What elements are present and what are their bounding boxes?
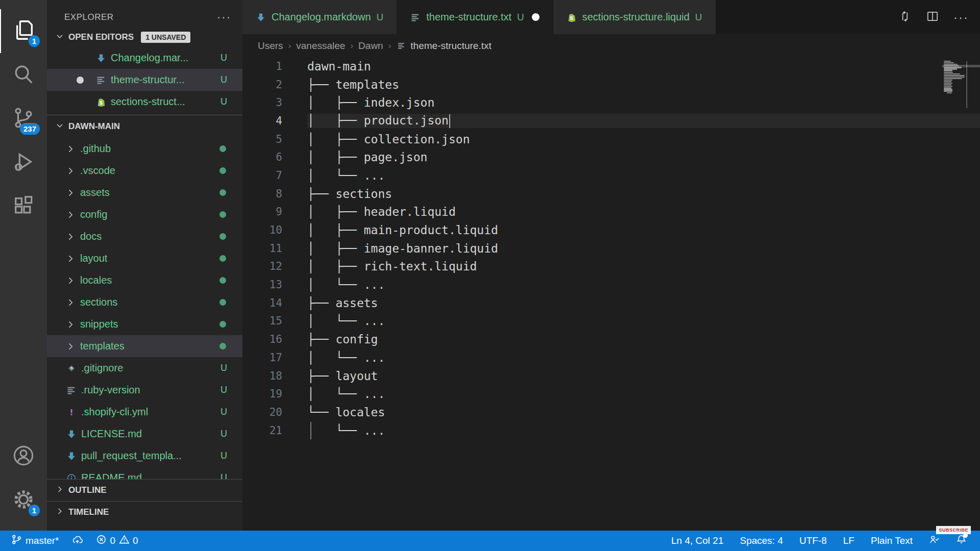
explorer-activity-button[interactable]: 1 [0,9,47,53]
line-text: │ └── ... [307,387,980,400]
indentation-status[interactable]: Spaces: 4 [740,535,783,546]
encoding-status[interactable]: UTF-8 [799,535,827,546]
project-root-header[interactable]: DAWN-MAIN [47,115,242,138]
folder-item-config[interactable]: config [47,204,242,226]
modified-children-dot [219,277,226,284]
language-mode-status[interactable]: Plain Text [871,535,913,546]
folder-item-vscode[interactable]: .vscode [47,160,242,182]
code-line[interactable]: 21 └── ... [242,421,980,440]
folder-item-snippets[interactable]: snippets [47,313,242,335]
source-control-activity-button[interactable]: 237 [0,97,47,141]
code-line[interactable]: 7│ └── ... [242,166,980,185]
tab-bar: Changelog.markdown U theme-structure.txt… [242,0,980,34]
file-item-shopify-cli-yml[interactable]: ! .shopify-cli.yml U [47,401,242,423]
line-number: 11 [242,242,282,255]
modified-children-dot [219,145,226,152]
code-line[interactable]: 5│ ├── collection.json [242,130,980,148]
extensions-activity-button[interactable] [0,185,47,229]
account-button[interactable] [0,435,47,479]
minimap-line [944,89,952,90]
folder-item-locales[interactable]: locales [47,269,242,291]
code-line[interactable]: 18├── layout [242,367,980,385]
tab-sections-structure-liquid[interactable]: S sections-structure.liquid U [553,0,716,34]
folder-item-sections[interactable]: sections [47,291,242,313]
folder-item-layout[interactable]: layout [47,247,242,269]
folder-item-templates[interactable]: templates [47,335,242,357]
breadcrumb-item[interactable]: vanessalee [296,40,345,52]
breadcrumb-item[interactable]: Users [258,40,283,52]
cursor-position-status[interactable]: Ln 4, Col 21 [671,535,723,546]
timeline-panel-header[interactable]: TIMELINE [47,501,242,523]
file-item-ruby-version[interactable]: .ruby-version U [47,379,242,401]
scrollbar[interactable] [966,61,967,108]
code-line[interactable]: 14├── assets [242,294,980,312]
folder-item-docs[interactable]: docs [47,226,242,247]
file-item-pull-request-template[interactable]: pull_request_templa... U [47,445,242,467]
git-branch-status[interactable]: master* [11,534,59,547]
unsaved-dot-icon[interactable] [532,13,540,21]
code-line[interactable]: 3│ ├── index.json [242,93,980,112]
eol-status[interactable]: LF [843,535,854,546]
sync-changes-button[interactable] [72,534,83,547]
notifications-button[interactable] [956,534,967,547]
code-line[interactable]: 12│ ├── rich-text.liquid [242,258,980,276]
file-item-readme[interactable]: README.md U [47,467,242,479]
source-control-badge: 237 [20,123,40,135]
minimap-line [944,90,952,91]
tab-changelog-markdown[interactable]: Changelog.markdown U [242,0,397,34]
code-line[interactable]: 8├── sections [242,185,980,203]
code-line[interactable]: 20└── locales [242,403,980,421]
run-debug-activity-button[interactable] [0,141,47,185]
open-editor-item-active[interactable]: theme-structur... U [47,69,242,91]
open-editor-item[interactable]: Changelog.mar... U [47,47,242,69]
minimap-line [944,83,952,84]
minimap-line [944,81,951,82]
git-status-untracked: U [220,53,227,63]
line-number: 17 [242,352,282,364]
minimap[interactable] [942,57,980,531]
code-line[interactable]: 11│ ├── image-banner.liquid [242,239,980,258]
text-file-icon [66,385,77,395]
code-line[interactable]: 10│ ├── main-product.liquid [242,221,980,239]
code-line[interactable]: 1dawn-main [242,57,980,76]
file-item-gitignore[interactable]: .gitignore U [47,357,242,379]
subscribe-watermark: SUBSCRIBE [936,526,971,534]
folder-item-assets[interactable]: assets [47,182,242,204]
open-changes-icon[interactable] [898,10,912,25]
feedback-button[interactable] [929,534,940,547]
editor-more-actions-button[interactable]: ··· [953,10,969,24]
line-text: │ ├── collection.json [307,133,980,146]
folder-item-github[interactable]: .github [47,138,242,160]
breadcrumb-item[interactable]: Dawn [358,40,383,52]
outline-panel-header[interactable]: OUTLINE [47,479,242,501]
code-line[interactable]: 9│ ├── header.liquid [242,203,980,221]
code-line[interactable]: 13│ └── ... [242,276,980,294]
explorer-more-actions-button[interactable]: ··· [217,11,231,24]
open-editors-header[interactable]: OPEN EDITORS 1 UNSAVED [47,28,242,47]
warning-icon [119,534,130,547]
split-editor-icon[interactable] [926,10,939,25]
minimap-line [944,72,953,73]
chevron-right-icon [65,297,76,308]
settings-button[interactable]: 1 [0,479,47,522]
open-editor-item[interactable]: S sections-struct... U [47,91,242,113]
tab-theme-structure-txt[interactable]: theme-structure.txt U [397,0,553,34]
problems-status[interactable]: 0 0 [96,534,138,547]
breadcrumb-file-item[interactable]: theme-structure.txt [396,40,491,52]
code-editor[interactable]: 1dawn-main2├── templates3│ ├── index.jso… [242,57,980,531]
code-line[interactable]: 15│ └── ... [242,312,980,331]
line-text: │ └── ... [307,314,980,328]
code-line[interactable]: 19│ └── ... [242,385,980,403]
chevron-right-icon [65,188,76,198]
code-line[interactable]: 17│ └── ... [242,348,980,367]
code-line[interactable]: 6│ ├── page.json [242,148,980,166]
modified-children-dot [219,255,226,262]
code-line[interactable]: 4│ ├── product.json [242,112,980,130]
code-line[interactable]: 2├── templates [242,76,980,94]
code-lines: 1dawn-main2├── templates3│ ├── index.jso… [242,57,980,439]
chevron-right-icon [55,507,64,518]
code-line[interactable]: 16├── config [242,330,980,348]
search-activity-button[interactable] [0,53,47,97]
file-item-license[interactable]: LICENSE.md U [47,423,242,445]
chevron-right-icon [65,166,76,176]
